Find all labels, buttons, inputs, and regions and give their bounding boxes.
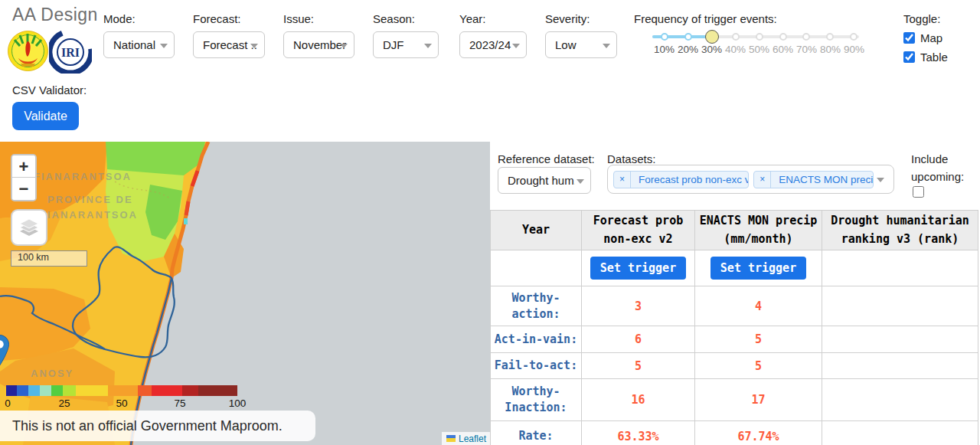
slider-stop-10[interactable] [661, 33, 668, 41]
season-select[interactable]: DJF [373, 31, 439, 58]
slider-stop-60[interactable] [779, 33, 787, 41]
season-value: DJF [383, 38, 404, 51]
slider-stop-50[interactable] [756, 33, 763, 41]
reference-dataset-value: Drought hum.. [508, 174, 575, 187]
map-toggle-label: Map [920, 31, 942, 44]
forecast-value: Forecast .. [203, 38, 257, 51]
season-label: Season: [373, 12, 415, 25]
set-trigger-button-forecast[interactable]: Set trigger [590, 257, 686, 280]
csv-validator-label: CSV Validator: [12, 83, 87, 97]
frequency-tick-labels: 10% 20% 30% 40% 50% 60% 70% 80% 90% [652, 44, 866, 55]
year-label: Year: [459, 12, 485, 25]
toggle-label: Toggle: [903, 12, 940, 25]
ukraine-flag-icon [446, 435, 456, 442]
cbar-tick-50: 50 [116, 398, 127, 409]
cell-value: 6 [582, 326, 695, 353]
cell-value [822, 286, 978, 326]
layers-control[interactable] [11, 209, 47, 246]
year-value: 2023/24 [469, 38, 511, 51]
row-label-act-in-vain: Act-in-vain: [491, 326, 582, 353]
severity-value: Low [555, 38, 577, 51]
cell-value: 4 [695, 286, 822, 326]
svg-text:IRI: IRI [61, 46, 80, 59]
map-scale-bar: 100 km [11, 250, 87, 267]
slider-stop-20[interactable] [684, 33, 692, 41]
issue-select[interactable]: November [283, 31, 354, 58]
tick-80: 80% [818, 44, 842, 55]
scale-text: 100 km [18, 252, 49, 263]
reference-dataset-label: Reference dataset: [498, 152, 595, 165]
chevron-down-icon [250, 44, 258, 48]
remove-tag-icon[interactable]: × [614, 172, 631, 188]
row-label-fail-to-act: Fail-to-act: [491, 353, 582, 379]
chevron-down-icon [424, 44, 432, 48]
cell-value [822, 379, 978, 421]
slider-stop-40[interactable] [732, 33, 740, 41]
frequency-slider-handle[interactable] [705, 30, 719, 44]
tick-40: 40% [724, 44, 747, 55]
col-drought-ranking: Drought humanitarian ranking v3 (rank) [822, 211, 978, 250]
datasets-multiselect[interactable]: × Forecast prob non-exc v2 × ENACTS MON … [607, 165, 894, 194]
slider-stop-90[interactable] [850, 33, 858, 41]
cell-value: 67.74% [695, 421, 822, 445]
cell-value: 16 [582, 379, 695, 421]
disclaimer-banner: This is not an official Government Mapro… [0, 411, 315, 441]
map-toggle-checkbox[interactable] [903, 32, 915, 44]
chevron-down-icon [603, 44, 610, 48]
cell-value: 5 [695, 353, 822, 379]
validate-button[interactable]: Validate [12, 102, 79, 130]
table-toggle-label: Table [920, 51, 948, 64]
frequency-label: Frequency of trigger events: [634, 12, 777, 25]
table-row: Worthy-Inaction: 16 17 [491, 379, 978, 421]
table-toggle-checkbox[interactable] [903, 51, 915, 63]
mode-select[interactable]: National [103, 31, 175, 58]
year-select[interactable]: 2023/24 [459, 31, 527, 58]
cbar-tick-100: 100 [229, 398, 247, 409]
slider-stop-70[interactable] [802, 33, 810, 41]
row-label-worthy-inaction: Worthy-Inaction: [491, 379, 582, 421]
reference-dataset-select[interactable]: Drought hum.. [498, 167, 591, 194]
disclaimer-text: This is not an official Government Mapro… [12, 418, 283, 434]
forecast-select[interactable]: Forecast .. [193, 31, 265, 58]
cell-value: 5 [582, 353, 695, 379]
tick-50: 50% [747, 44, 771, 55]
dataset-tag: × ENACTS MON precip [753, 171, 874, 188]
col-enacts-precip: ENACTS MON precip (mm/month) [695, 211, 822, 250]
app-title: AA Design [12, 5, 98, 25]
analysis-panel: Reference dataset: Drought hum.. Dataset… [490, 142, 980, 445]
map-colorbar [6, 385, 237, 396]
map-marker-icon[interactable] [0, 335, 9, 369]
chevron-down-icon [577, 179, 584, 184]
remove-tag-icon[interactable]: × [754, 172, 771, 188]
leaflet-link[interactable]: Leaflet [459, 434, 486, 444]
dataset-tag-label: ENACTS MON precip [771, 172, 874, 188]
cell-value [822, 353, 978, 379]
cbar-tick-0: 0 [5, 398, 11, 409]
cell-value: 3 [582, 286, 695, 326]
cell-value: 17 [695, 379, 822, 421]
cell-value [822, 421, 978, 445]
forecast-label: Forecast: [193, 12, 241, 25]
issue-label: Issue: [283, 12, 314, 25]
set-trigger-button-precip[interactable]: Set trigger [710, 257, 806, 280]
dataset-tag: × Forecast prob non-exc v2 [613, 171, 749, 188]
severity-select[interactable]: Low [545, 31, 617, 58]
tick-60: 60% [771, 44, 795, 55]
zoom-control: + − [11, 154, 37, 201]
chevron-down-icon [877, 178, 884, 182]
issue-value: November [293, 38, 346, 51]
slider-stop-80[interactable] [826, 33, 834, 41]
dataset-tag-label: Forecast prob non-exc v2 [631, 172, 749, 188]
col-forecast-prob: Forecast prob non-exc v2 [582, 211, 695, 250]
table-row: Rate: 63.33% 67.74% [491, 421, 978, 445]
zoom-in-button[interactable]: + [12, 155, 35, 178]
chevron-down-icon [512, 44, 520, 48]
tick-10: 10% [652, 44, 676, 55]
include-upcoming-checkbox[interactable] [913, 186, 924, 198]
col-year: Year [491, 211, 582, 250]
tick-90: 90% [842, 44, 866, 55]
zoom-out-button[interactable]: − [12, 178, 35, 200]
toggle-group: Toggle: Map Table [903, 12, 948, 64]
leaflet-map[interactable]: FIANARANTSOA PROVINCE DE FIANARANTSOA AN… [0, 142, 490, 445]
map-label-province-de: PROVINCE DE [47, 194, 133, 205]
